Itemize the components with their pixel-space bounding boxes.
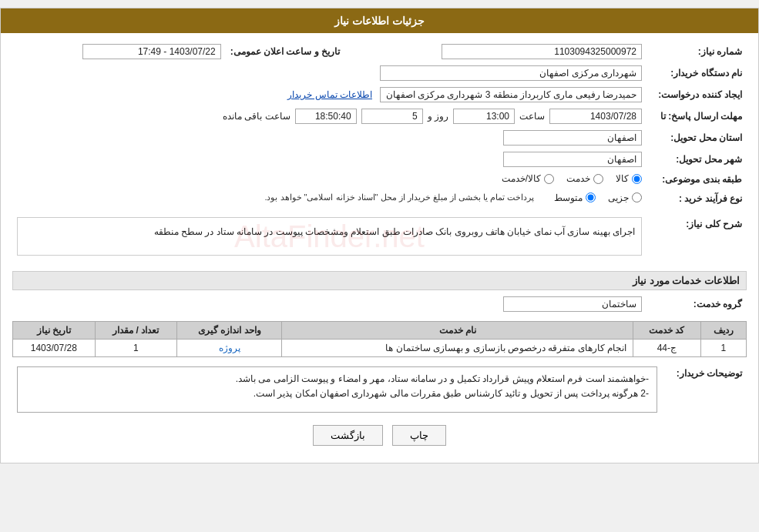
services-table-header-row: ردیف کد خدمت نام خدمت واحد اندازه گیری ت… bbox=[13, 322, 747, 340]
buyer-notes-table: توضیحات خریدار: -خواهشمند است فرم استعلا… bbox=[12, 363, 747, 416]
general-desc-label: شرح کلی نیاز: bbox=[646, 214, 747, 265]
topic-khedmat-radio[interactable] bbox=[593, 174, 603, 184]
buyer-org-row: نام دستگاه خریدار: شهرداری مرکزی اصفهان bbox=[12, 62, 747, 84]
process-type-label: نوع فرآیند خرید : bbox=[646, 189, 747, 209]
topic-kala-label: کالا bbox=[616, 173, 629, 184]
announce-date-input: 1403/07/22 - 17:49 bbox=[82, 44, 221, 59]
buyer-org-input: شهرداری مرکزی اصفهان bbox=[380, 65, 642, 81]
remaining-label: ساعت باقی مانده bbox=[223, 111, 291, 122]
announce-date-value: 1403/07/22 - 17:49 bbox=[12, 41, 226, 62]
topic-both-radio[interactable] bbox=[544, 174, 554, 184]
print-button[interactable]: چاپ bbox=[392, 425, 446, 446]
requester-value: حمیدرضا رفیعی ماری کاربرداز منطقه 3 شهرد… bbox=[12, 84, 646, 105]
col-name: نام خدمت bbox=[282, 322, 633, 340]
need-number-input: 1103094325000972 bbox=[442, 44, 642, 59]
page-wrapper: جزئیات اطلاعات نیاز شماره نیاز: 11030943… bbox=[0, 8, 759, 463]
days-label: روز و bbox=[428, 111, 448, 122]
buyer-notes-label: توضیحات خریدار: bbox=[662, 363, 747, 416]
cell-qty: 1 bbox=[95, 340, 176, 357]
col-unit: واحد اندازه گیری bbox=[177, 322, 282, 340]
buyer-notes-value: -خواهشمند است فرم استعلام وپیش قرارداد ت… bbox=[12, 363, 662, 416]
topic-label: طبقه بندی موضوعی: bbox=[646, 170, 747, 189]
service-group-row: گروه خدمت: ساختمان bbox=[12, 293, 747, 315]
time-label: ساعت bbox=[519, 111, 545, 122]
topic-khedmat-label: خدمت bbox=[566, 173, 590, 184]
topic-both[interactable]: کالا/خدمت bbox=[502, 173, 554, 184]
need-number-row: شماره نیاز: 1103094325000972 تاریخ و ساع… bbox=[12, 41, 747, 62]
process-motavasset-label: متوسط bbox=[554, 192, 583, 203]
cell-row: 1 bbox=[700, 340, 746, 357]
city-input: اصفهان bbox=[503, 152, 642, 167]
city-label: شهر محل تحویل: bbox=[646, 149, 747, 170]
page-title: جزئیات اطلاعات نیاز bbox=[1, 8, 758, 33]
reply-deadline-date: 1403/07/28 bbox=[549, 109, 642, 124]
general-desc-value: اجرای بهینه سازی آب نمای خیابان هاتف روب… bbox=[12, 214, 646, 265]
buyer-notes-row: توضیحات خریدار: -خواهشمند است فرم استعلا… bbox=[12, 363, 747, 416]
content-area: شماره نیاز: 1103094325000972 تاریخ و ساع… bbox=[1, 33, 758, 463]
general-desc-text: اجرای بهینه سازی آب نمای خیابان هاتف روب… bbox=[24, 224, 635, 239]
requester-label: ایجاد کننده درخواست: bbox=[646, 84, 747, 105]
table-row: 1 ج-44 انجام کارهای متفرقه درخصوص بازساز… bbox=[13, 340, 747, 357]
reply-deadline-remaining: 18:50:40 bbox=[295, 109, 357, 124]
buyer-notes-text: -خواهشمند است فرم استعلام وپیش قرارداد ت… bbox=[17, 366, 657, 413]
cell-date: 1403/07/28 bbox=[13, 340, 96, 357]
topic-row: طبقه بندی موضوعی: کالا خدمت bbox=[12, 170, 747, 189]
buyer-org-value: شهرداری مرکزی اصفهان bbox=[12, 62, 646, 84]
col-code: کد خدمت bbox=[633, 322, 701, 340]
announce-date-label: تاریخ و ساعت اعلان عمومی: bbox=[226, 41, 344, 62]
cell-unit: پروژه bbox=[177, 340, 282, 357]
service-group-table: گروه خدمت: ساختمان bbox=[12, 293, 747, 315]
back-button[interactable]: بازگشت bbox=[313, 425, 383, 446]
buyer-org-label: نام دستگاه خریدار: bbox=[646, 62, 747, 84]
topic-kala[interactable]: کالا bbox=[616, 173, 642, 184]
buttons-row: چاپ بازگشت bbox=[12, 425, 747, 446]
reply-deadline-row: مهلت ارسال پاسخ: تا 1403/07/28 ساعت 13:0… bbox=[12, 105, 747, 127]
process-jozii-label: جزیی bbox=[608, 192, 629, 203]
service-group-label: گروه خدمت: bbox=[646, 293, 747, 315]
process-jozii[interactable]: جزیی bbox=[608, 192, 642, 203]
reply-deadline-days: 5 bbox=[361, 109, 423, 124]
cell-code: ج-44 bbox=[633, 340, 701, 357]
province-row: استان محل تحویل: اصفهان bbox=[12, 127, 747, 149]
cell-name: انجام کارهای متفرقه درخصوص بازسازی و بهس… bbox=[282, 340, 633, 357]
province-label: استان محل تحویل: bbox=[646, 127, 747, 149]
city-row: شهر محل تحویل: اصفهان bbox=[12, 149, 747, 170]
topic-khedmat[interactable]: خدمت bbox=[566, 173, 603, 184]
service-group-value: ساختمان bbox=[12, 293, 646, 315]
info-table: شماره نیاز: 1103094325000972 تاریخ و ساع… bbox=[12, 41, 747, 208]
province-input: اصفهان bbox=[503, 130, 642, 146]
need-number-label: شماره نیاز: bbox=[646, 41, 747, 62]
process-jozii-radio[interactable] bbox=[632, 192, 642, 202]
reply-deadline-time: 13:00 bbox=[453, 109, 515, 124]
reply-deadline-value: 1403/07/28 ساعت 13:00 روز و 5 18:50:40 س… bbox=[12, 105, 646, 127]
col-date: تاریخ نیاز bbox=[13, 322, 96, 340]
process-type-row: نوع فرآیند خرید : جزیی متوسط پرداخت تمام… bbox=[12, 189, 747, 209]
process-motavasset-radio[interactable] bbox=[586, 192, 596, 202]
requester-row: ایجاد کننده درخواست: حمیدرضا رفیعی ماری … bbox=[12, 84, 747, 105]
general-desc-row: شرح کلی نیاز: اجرای بهینه سازی آب نمای خ… bbox=[12, 214, 747, 265]
process-motavasset[interactable]: متوسط bbox=[554, 192, 596, 203]
reply-deadline-label: مهلت ارسال پاسخ: تا bbox=[646, 105, 747, 127]
service-group-input: ساختمان bbox=[503, 296, 642, 312]
topic-both-label: کالا/خدمت bbox=[502, 173, 541, 184]
need-number-value: 1103094325000972 bbox=[344, 41, 646, 62]
requester-input: حمیدرضا رفیعی ماری کاربرداز منطقه 3 شهرد… bbox=[380, 87, 642, 102]
topic-kala-radio[interactable] bbox=[632, 174, 642, 184]
services-table-head: ردیف کد خدمت نام خدمت واحد اندازه گیری ت… bbox=[13, 322, 747, 340]
process-note: پرداخت تمام یا بخشی از مبلغ خریدار از مح… bbox=[264, 192, 534, 202]
general-desc-table: شرح کلی نیاز: اجرای بهینه سازی آب نمای خ… bbox=[12, 214, 747, 265]
services-table-body: 1 ج-44 انجام کارهای متفرقه درخصوص بازساز… bbox=[13, 340, 747, 357]
topic-radio-group: کالا خدمت کالا/خدمت bbox=[502, 173, 642, 184]
col-qty: تعداد / مقدار bbox=[95, 322, 176, 340]
requester-contact-link[interactable]: اطلاعات تماس خریدار bbox=[287, 89, 372, 100]
services-table: ردیف کد خدمت نام خدمت واحد اندازه گیری ت… bbox=[12, 321, 747, 357]
process-radio-group: جزیی متوسط پرداخت تمام یا بخشی از مبلغ خ… bbox=[264, 192, 642, 203]
col-row: ردیف bbox=[700, 322, 746, 340]
services-section-title: اطلاعات خدمات مورد نیاز bbox=[12, 271, 747, 290]
